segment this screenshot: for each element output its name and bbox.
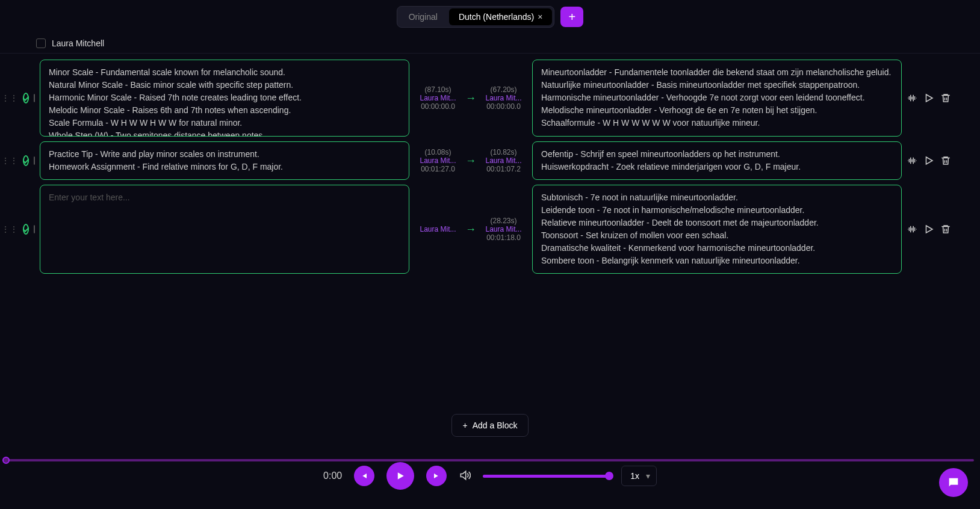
play-icon[interactable] bbox=[923, 93, 934, 103]
target-text-block[interactable]: Oefentip - Schrijf en speel mineurtoonla… bbox=[532, 141, 902, 180]
status-check-icon[interactable] bbox=[23, 155, 29, 166]
add-block-button[interactable]: + Add a Block bbox=[451, 414, 529, 437]
source-text-block[interactable]: Minor Scale - Fundamental scale known fo… bbox=[40, 60, 409, 137]
add-block-label: Add a Block bbox=[473, 421, 518, 430]
target-info: (28.23s) Laura Mit... 00:01:18.0 bbox=[481, 217, 526, 242]
row-controls: ⋮⋮ bbox=[6, 60, 35, 137]
timestamp: 00:01:27.0 bbox=[415, 165, 461, 173]
chat-button[interactable] bbox=[939, 468, 968, 497]
block-row: ⋮⋮ Minor Scale - Fundamental scale known… bbox=[0, 57, 980, 139]
waveform-icon[interactable] bbox=[907, 155, 917, 166]
arrow-right-icon: → bbox=[465, 155, 476, 167]
time-label: 0:00 bbox=[323, 470, 342, 481]
target-text-block[interactable]: Subtonisch - 7e noot in natuurlijke mine… bbox=[532, 185, 902, 274]
source-info: (10.08s) Laura Mit... 00:01:27.0 bbox=[415, 148, 461, 173]
timestamp: 00:01:07.2 bbox=[481, 165, 526, 173]
timestamp: 00:01:18.0 bbox=[481, 233, 526, 242]
speaker-name: Laura Mitchell bbox=[52, 39, 104, 48]
player-bar: 0:00 1x bbox=[0, 455, 980, 497]
target-info: (67.20s) Laura Mit... 00:00:00.0 bbox=[481, 85, 526, 111]
tab-target[interactable]: Dutch (Netherlands) × bbox=[449, 8, 552, 25]
source-text-block[interactable]: Practice Tip - Write and play minor scal… bbox=[40, 141, 409, 180]
volume-slider[interactable] bbox=[483, 475, 609, 478]
target-text-block[interactable]: Mineurtoonladder - Fundamentele toonladd… bbox=[532, 60, 902, 137]
target-info: (10.82s) Laura Mit... 00:01:07.2 bbox=[481, 148, 526, 173]
trash-icon[interactable] bbox=[940, 155, 951, 166]
volume-icon[interactable] bbox=[459, 469, 471, 483]
row-checkbox[interactable] bbox=[34, 156, 35, 165]
speed-label: 1x bbox=[630, 471, 639, 481]
block-actions bbox=[907, 60, 955, 137]
speaker-checkbox[interactable] bbox=[36, 39, 46, 48]
next-button[interactable] bbox=[426, 466, 447, 486]
row-checkbox[interactable] bbox=[34, 225, 35, 233]
drag-handle-icon[interactable]: ⋮⋮ bbox=[1, 94, 18, 102]
row-controls: ⋮⋮ bbox=[6, 141, 35, 180]
blocks-container: ⋮⋮ Minor Scale - Fundamental scale known… bbox=[0, 54, 980, 280]
close-icon[interactable]: × bbox=[538, 12, 542, 22]
play-icon[interactable] bbox=[923, 155, 934, 166]
timestamp: 00:00:00.0 bbox=[481, 102, 526, 111]
speaker-label: Laura Mit... bbox=[415, 156, 461, 165]
block-row: ⋮⋮ Enter your text here... Laura Mit... … bbox=[0, 182, 980, 276]
add-language-button[interactable]: + bbox=[560, 7, 583, 27]
tab-label: Dutch (Netherlands) bbox=[459, 12, 534, 22]
status-check-icon[interactable] bbox=[23, 93, 29, 103]
speaker-label: Laura Mit... bbox=[481, 225, 526, 233]
timing-info: (87.10s) Laura Mit... 00:00:00.0 → (67.2… bbox=[414, 60, 527, 137]
source-text-block[interactable]: Enter your text here... bbox=[40, 185, 409, 274]
duration: (67.20s) bbox=[481, 85, 526, 94]
source-info: Laura Mit... bbox=[415, 225, 461, 233]
waveform-icon[interactable] bbox=[907, 224, 917, 235]
drag-handle-icon[interactable]: ⋮⋮ bbox=[1, 225, 18, 233]
play-icon[interactable] bbox=[923, 224, 934, 235]
trash-icon[interactable] bbox=[940, 224, 951, 235]
block-actions bbox=[907, 185, 955, 274]
timestamp: 00:00:00.0 bbox=[415, 102, 461, 111]
duration: (87.10s) bbox=[415, 85, 461, 94]
status-check-icon[interactable] bbox=[23, 224, 29, 235]
source-info: (87.10s) Laura Mit... 00:00:00.0 bbox=[415, 85, 461, 111]
plus-icon: + bbox=[463, 421, 468, 430]
waveform-icon[interactable] bbox=[907, 93, 917, 103]
speaker-row: Laura Mitchell bbox=[0, 34, 980, 53]
speaker-label: Laura Mit... bbox=[415, 94, 461, 102]
language-tabs: Original Dutch (Netherlands) × + bbox=[0, 0, 980, 34]
duration: (10.08s) bbox=[415, 148, 461, 156]
block-actions bbox=[907, 141, 955, 180]
duration: (10.82s) bbox=[481, 148, 526, 156]
drag-handle-icon[interactable]: ⋮⋮ bbox=[1, 156, 18, 165]
tab-group: Original Dutch (Netherlands) × bbox=[397, 6, 555, 28]
tab-label: Original bbox=[409, 12, 438, 22]
block-row: ⋮⋮ Practice Tip - Write and play minor s… bbox=[0, 139, 980, 182]
prev-button[interactable] bbox=[354, 466, 374, 486]
speed-select[interactable]: 1x bbox=[621, 466, 657, 486]
speaker-label: Laura Mit... bbox=[481, 156, 526, 165]
row-checkbox[interactable] bbox=[34, 94, 35, 102]
arrow-right-icon: → bbox=[465, 92, 476, 105]
speaker-label: Laura Mit... bbox=[415, 225, 461, 233]
tab-original[interactable]: Original bbox=[399, 8, 447, 25]
trash-icon[interactable] bbox=[940, 93, 951, 103]
arrow-right-icon: → bbox=[465, 223, 476, 236]
add-block-row: + Add a Block bbox=[0, 402, 980, 449]
timing-info: Laura Mit... → (28.23s) Laura Mit... 00:… bbox=[414, 185, 527, 274]
timing-info: (10.08s) Laura Mit... 00:01:27.0 → (10.8… bbox=[414, 141, 527, 180]
play-button[interactable] bbox=[386, 462, 414, 490]
row-controls: ⋮⋮ bbox=[6, 185, 35, 274]
speaker-label: Laura Mit... bbox=[481, 94, 526, 102]
duration: (28.23s) bbox=[481, 217, 526, 225]
